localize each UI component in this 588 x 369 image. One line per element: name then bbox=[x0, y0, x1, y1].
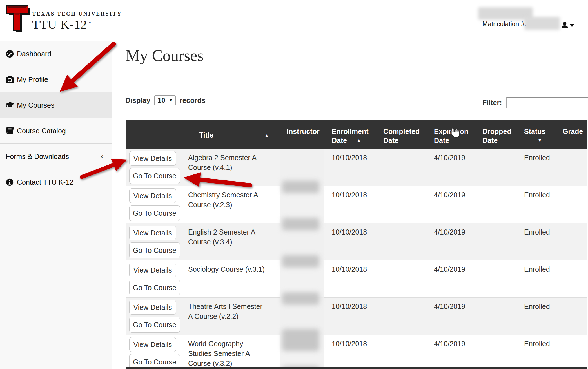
enrollment-date: 10/10/2018 bbox=[328, 149, 380, 186]
filter-label: Filter: bbox=[482, 99, 502, 107]
status-cell: Enrolled bbox=[520, 260, 559, 297]
double-t-logo-icon bbox=[6, 5, 30, 34]
grade-cell bbox=[559, 298, 587, 335]
view-details-button[interactable]: View Details bbox=[129, 263, 176, 277]
enrollment-date: 10/10/2018 bbox=[328, 298, 380, 335]
dropped-date bbox=[479, 149, 520, 186]
sidebar-item-label: Dashboard bbox=[17, 50, 51, 58]
table-row: View Details Go To Course English 2 Seme… bbox=[126, 223, 587, 260]
sidebar-item-forms-downloads[interactable]: Forms & Downloads ‹ bbox=[0, 144, 112, 169]
col-header-dropped-date[interactable]: Dropped Date bbox=[479, 120, 520, 149]
col-header-grade[interactable]: Grade bbox=[559, 120, 587, 149]
book-icon bbox=[6, 127, 15, 135]
table-footer-bar bbox=[126, 367, 587, 369]
table-row: View Details Go To Course Algebra 2 Seme… bbox=[126, 149, 587, 186]
brand-k12: TTU K-12™ bbox=[32, 17, 122, 32]
chevron-left-icon: ‹ bbox=[101, 151, 104, 161]
expiration-date: 4/10/2019 bbox=[430, 298, 479, 335]
go-to-course-button[interactable]: Go To Course bbox=[129, 280, 180, 295]
records-label: records bbox=[180, 96, 206, 105]
completed-date bbox=[380, 186, 430, 223]
enrollment-date: 10/10/2018 bbox=[328, 335, 380, 367]
dropped-date bbox=[479, 186, 520, 223]
camera-icon bbox=[6, 76, 15, 83]
course-title: Sociology Course (v.3.1) bbox=[182, 260, 275, 297]
grade-cell bbox=[559, 223, 587, 260]
grade-cell bbox=[559, 186, 587, 223]
status-cell: Enrolled bbox=[520, 149, 559, 186]
col-header-expiration-date[interactable]: Expiration Date bbox=[430, 120, 479, 149]
display-label: Display bbox=[125, 96, 150, 105]
course-title: Algebra 2 Semester A Course (v.4.1) bbox=[182, 149, 275, 186]
filter-input[interactable] bbox=[506, 97, 588, 108]
sidebar-item-label: Course Catalog bbox=[17, 127, 66, 135]
expiration-date: 4/10/2019 bbox=[430, 335, 479, 367]
view-details-button[interactable]: View Details bbox=[129, 188, 176, 203]
dropped-date bbox=[479, 223, 520, 260]
page-size-value: 10 bbox=[158, 96, 165, 104]
sidebar-item-my-profile[interactable]: My Profile bbox=[0, 67, 112, 92]
col-header-enrollment-date[interactable]: Enrollment Date▲ bbox=[328, 120, 380, 149]
top-header: TEXAS TECH UNIVERSITY TTU K-12™ Matricul… bbox=[0, 0, 588, 41]
sidebar-nav: Dashboard My Profile My Courses bbox=[0, 41, 112, 369]
instructor-name-redacted bbox=[282, 255, 319, 268]
user-account-icon[interactable] bbox=[561, 21, 569, 30]
go-to-course-button[interactable]: Go To Course bbox=[129, 168, 180, 184]
sidebar-item-label: Forms & Downloads bbox=[6, 153, 69, 161]
sort-asc-icon: ▲ bbox=[357, 136, 361, 145]
sidebar-item-dashboard[interactable]: Dashboard bbox=[0, 41, 112, 67]
go-to-course-button[interactable]: Go To Course bbox=[129, 205, 180, 221]
col-header-completed-date[interactable]: Completed Date bbox=[380, 120, 430, 149]
sidebar-item-label: My Courses bbox=[17, 101, 54, 109]
table-row: View Details Go To Course World Geograph… bbox=[126, 335, 587, 367]
title-divider bbox=[126, 78, 587, 78]
sidebar-item-my-courses[interactable]: My Courses bbox=[0, 92, 112, 118]
completed-date bbox=[380, 223, 430, 260]
course-title: Theatre Arts I Semester A Course (v.2.2) bbox=[182, 298, 275, 335]
view-details-button[interactable]: View Details bbox=[129, 226, 176, 240]
table-row: View Details Go To Course Chemistry Seme… bbox=[126, 186, 587, 223]
col-header-actions[interactable] bbox=[126, 120, 182, 149]
view-details-button[interactable]: View Details bbox=[129, 151, 176, 166]
instructor-name-redacted bbox=[282, 329, 319, 351]
course-title: World Geography Studies Semester A Cours… bbox=[182, 335, 275, 367]
page-title: My Courses bbox=[126, 47, 204, 63]
col-header-instructor[interactable]: Instructor bbox=[275, 120, 328, 149]
grade-cell bbox=[559, 260, 587, 297]
enrollment-date: 10/10/2018 bbox=[328, 186, 380, 223]
completed-date bbox=[380, 260, 430, 297]
go-to-course-button[interactable]: Go To Course bbox=[129, 317, 180, 333]
instructor-column-redacted bbox=[280, 149, 324, 367]
status-cell: Enrolled bbox=[520, 298, 559, 335]
view-details-button[interactable]: View Details bbox=[129, 337, 176, 352]
status-cell: Enrolled bbox=[520, 186, 559, 223]
expiration-date: 4/10/2019 bbox=[430, 149, 479, 186]
sidebar-item-label: My Profile bbox=[17, 76, 48, 84]
graduation-cap-icon bbox=[6, 101, 15, 109]
table-header-row: Title ▲ Instructor Enrollment Date▲ Comp… bbox=[126, 120, 587, 149]
expiration-date: 4/10/2019 bbox=[430, 186, 479, 223]
status-cell: Enrolled bbox=[520, 223, 559, 260]
instructor-name-redacted bbox=[282, 292, 319, 305]
course-title: English 2 Semester A Course (v.3.4) bbox=[182, 223, 275, 260]
completed-date bbox=[380, 298, 430, 335]
go-to-course-button[interactable]: Go To Course bbox=[129, 242, 180, 258]
table-row: View Details Go To Course Sociology Cour… bbox=[126, 260, 587, 297]
expiration-date: 4/10/2019 bbox=[430, 223, 479, 260]
status-cell: Enrolled bbox=[520, 335, 559, 367]
ttu-k12-portal: TEXAS TECH UNIVERSITY TTU K-12™ Matricul… bbox=[0, 0, 588, 369]
sidebar-item-course-catalog[interactable]: Course Catalog bbox=[0, 118, 112, 144]
page-size-select[interactable]: 10 ▼ bbox=[154, 95, 176, 105]
matriculation-number-redacted bbox=[524, 17, 560, 30]
view-details-button[interactable]: View Details bbox=[129, 300, 176, 315]
col-header-title[interactable]: Title ▲ bbox=[182, 120, 275, 149]
col-header-status[interactable]: Status ▼ bbox=[520, 120, 559, 149]
dropped-date bbox=[479, 335, 520, 367]
brand-text: TEXAS TECH UNIVERSITY TTU K-12™ bbox=[32, 11, 122, 32]
enrollment-date: 10/10/2018 bbox=[328, 260, 380, 297]
dropped-date bbox=[479, 260, 520, 297]
account-caret-down-icon[interactable] bbox=[569, 24, 574, 27]
sidebar-item-contact[interactable]: Contact TTU K-12 bbox=[0, 169, 112, 195]
instructor-name-redacted bbox=[282, 218, 319, 230]
expiration-date: 4/10/2019 bbox=[430, 260, 479, 297]
